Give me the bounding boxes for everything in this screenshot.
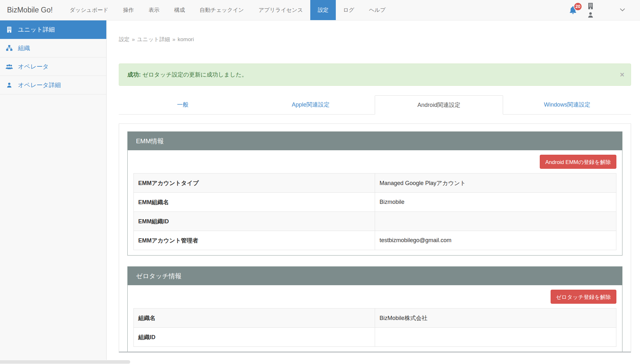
navbar-right: 20 — [568, 0, 640, 20]
nav-item-operations[interactable]: 操作 — [116, 0, 141, 20]
row-value — [375, 212, 616, 231]
nav-item-dashboard[interactable]: ダッシュボード — [62, 0, 116, 20]
building-icon — [5, 26, 13, 33]
table-row: 組織名 BizMobile株式会社 — [134, 308, 616, 328]
breadcrumb: 設定»ユニット詳細»komori — [119, 36, 631, 43]
sidebar-item-label: オペレータ詳細 — [18, 81, 61, 89]
breadcrumb-settings[interactable]: 設定 — [119, 36, 130, 42]
nav-item-app-license[interactable]: アプリライセンス — [251, 0, 310, 20]
account-menu — [587, 2, 594, 19]
android-settings-panel: EMM情報 Android EMMの登録を解除 EMMアカウントタイプ Mana… — [119, 123, 631, 353]
chevron-down-icon[interactable] — [619, 7, 626, 13]
user-icon[interactable] — [587, 11, 594, 19]
top-navbar: BizMobile Go! ダッシュボード 操作 表示 構成 自動チェックイン … — [0, 0, 640, 20]
alert-message: ゼロタッチ設定の更新に成功しました。 — [142, 71, 247, 78]
emm-info-table: EMMアカウントタイプ Managed Google Playアカウント EMM… — [133, 173, 616, 250]
table-row: EMMアカウント管理者 testbizmobilego@gmail.com — [134, 231, 616, 250]
table-row: EMM組織名 Bizmobile — [134, 193, 616, 212]
emm-info-panel: EMM情報 Android EMMの登録を解除 EMMアカウントタイプ Mana… — [127, 131, 622, 256]
tab-android-settings[interactable]: Android関連設定 — [375, 95, 503, 115]
nav-item-auto-checkin[interactable]: 自動チェックイン — [192, 0, 251, 20]
nav-item-settings[interactable]: 設定 — [310, 0, 336, 20]
tab-windows-settings[interactable]: Windows関連設定 — [503, 95, 631, 114]
row-value: testbizmobilego@gmail.com — [375, 231, 616, 250]
nav-item-log[interactable]: ログ — [336, 0, 362, 20]
sidebar-item-operator-detail[interactable]: オペレータ詳細 — [0, 76, 106, 94]
sidebar-item-label: 組織 — [18, 44, 30, 52]
horizontal-scrollbar — [0, 360, 640, 364]
sidebar-item-organization[interactable]: 組織 — [0, 39, 106, 57]
sidebar-item-label: オペレータ — [18, 63, 49, 71]
panel-title: ゼロタッチ情報 — [128, 267, 622, 285]
table-row: 組織ID — [134, 328, 616, 347]
row-label: 組織名 — [134, 308, 375, 328]
row-value: Managed Google Playアカウント — [375, 174, 616, 193]
row-label: EMMアカウント管理者 — [134, 231, 375, 250]
breadcrumb-unit-detail[interactable]: ユニット詳細 — [137, 36, 170, 42]
panel-title: EMM情報 — [128, 132, 622, 150]
row-label: EMM組織ID — [134, 212, 375, 231]
alert-prefix: 成功: — [127, 71, 141, 78]
notification-count-badge: 20 — [574, 2, 582, 11]
brand-logo[interactable]: BizMobile Go! — [0, 0, 62, 20]
close-icon[interactable]: × — [620, 71, 624, 78]
main-content: 設定»ユニット詳細»komori 成功: ゼロタッチ設定の更新に成功しました。 … — [107, 20, 640, 360]
row-label: EMM組織名 — [134, 193, 375, 212]
row-label: EMMアカウントタイプ — [134, 174, 375, 193]
table-row: EMM組織ID — [134, 212, 616, 231]
sidebar-item-label: ユニット詳細 — [18, 26, 55, 34]
unregister-android-emm-button[interactable]: Android EMMの登録を解除 — [540, 155, 616, 169]
sidebar-item-operators[interactable]: オペレータ — [0, 57, 106, 76]
row-label: 組織ID — [134, 328, 375, 347]
sidebar: ユニット詳細 組織 — [0, 20, 107, 360]
unregister-zero-touch-button[interactable]: ゼロタッチ登録を解除 — [551, 290, 616, 304]
tab-apple-settings[interactable]: Apple関連設定 — [247, 95, 375, 114]
horizontal-scrollbar-thumb[interactable] — [0, 360, 130, 364]
row-value: Bizmobile — [375, 193, 616, 212]
user-icon — [5, 82, 13, 89]
notifications-button[interactable]: 20 — [568, 5, 578, 15]
sitemap-icon — [5, 45, 13, 52]
sidebar-item-unit-detail[interactable]: ユニット詳細 — [0, 20, 106, 39]
users-icon — [5, 63, 13, 70]
zero-touch-info-table: 組織名 BizMobile株式会社 組織ID — [133, 308, 616, 347]
settings-tabs: 一般 Apple関連設定 Android関連設定 Windows関連設定 — [119, 95, 631, 115]
tab-general[interactable]: 一般 — [119, 95, 247, 114]
nav-item-configuration[interactable]: 構成 — [167, 0, 192, 20]
row-value: BizMobile株式会社 — [375, 308, 616, 328]
success-alert: 成功: ゼロタッチ設定の更新に成功しました。 × — [119, 63, 631, 86]
nav-item-view[interactable]: 表示 — [141, 0, 167, 20]
breadcrumb-current: komori — [178, 36, 194, 42]
breadcrumb-separator: » — [132, 36, 135, 42]
zero-touch-info-panel: ゼロタッチ情報 ゼロタッチ登録を解除 組織名 BizMobile株式会社 組織I… — [127, 266, 622, 352]
nav-item-help[interactable]: ヘルプ — [362, 0, 393, 20]
table-row: EMMアカウントタイプ Managed Google Playアカウント — [134, 174, 616, 193]
building-icon[interactable] — [587, 2, 594, 10]
breadcrumb-separator: » — [172, 36, 175, 42]
main-nav: ダッシュボード 操作 表示 構成 自動チェックイン アプリライセンス 設定 ログ… — [62, 0, 393, 20]
row-value — [375, 328, 616, 347]
